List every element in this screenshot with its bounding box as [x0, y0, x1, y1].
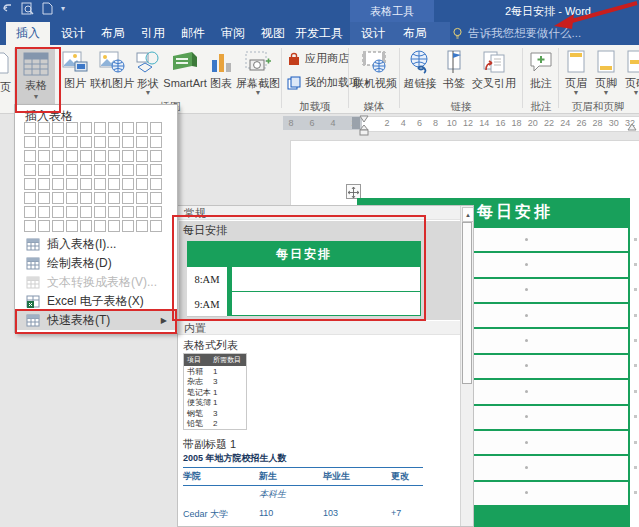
table-grid-cell[interactable] — [94, 122, 106, 134]
menu-item-5[interactable]: 快速表格(T)▶ — [15, 311, 175, 330]
table-grid-cell[interactable] — [52, 206, 64, 218]
table-grid-cell[interactable] — [66, 164, 78, 176]
table-grid-cell[interactable] — [38, 206, 50, 218]
undo-icon[interactable] — [2, 3, 13, 14]
comment-button[interactable]: 批注 — [526, 48, 556, 89]
table-grid-cell[interactable] — [38, 164, 50, 176]
table-grid-cell[interactable] — [52, 192, 64, 204]
tab-6[interactable]: 审阅 — [216, 22, 250, 45]
tab-5[interactable]: 邮件 — [176, 22, 210, 45]
contextual-tab-2[interactable]: 布局 — [398, 22, 432, 45]
table-grid-cell[interactable] — [108, 178, 120, 190]
table-grid-cell[interactable] — [122, 150, 134, 162]
screenshot-button[interactable]: 屏幕截图 ▼ — [236, 48, 280, 96]
table-grid-cell[interactable] — [122, 164, 134, 176]
table-grid-cell[interactable] — [122, 206, 134, 218]
table-grid-cell[interactable] — [108, 206, 120, 218]
table-grid-cell[interactable] — [24, 122, 36, 134]
scroll-up-icon[interactable]: ▲ — [462, 207, 474, 222]
table-grid-cell[interactable] — [38, 122, 50, 134]
table-grid-cell[interactable] — [150, 164, 162, 176]
menu-item-2[interactable]: 绘制表格(D) — [15, 254, 175, 273]
table-grid-cell[interactable] — [24, 136, 36, 148]
tabular-list-preview[interactable]: 项目所需数目 书籍1杂志3笔记本1便笺簿1钢笔3铅笔2 — [183, 353, 247, 430]
tab-2[interactable]: 设计 — [56, 22, 90, 45]
with-subheads-preview[interactable]: 2005 年地方院校招生人数 学院 新生 毕业生 更改 本科生 Cedar 大学… — [183, 452, 423, 527]
menu-item-4[interactable]: Excel 电子表格(X) — [15, 292, 175, 311]
table-grid-cell[interactable] — [108, 192, 120, 204]
table-grid-cell[interactable] — [136, 150, 148, 162]
tell-me-box[interactable]: 告诉我您想要做什么... — [452, 22, 581, 45]
table-grid-cell[interactable] — [108, 122, 120, 134]
cross-reference-button[interactable]: 交叉引用 — [469, 48, 519, 89]
tab-1[interactable]: 插入 — [6, 22, 50, 45]
table-grid-cell[interactable] — [94, 220, 106, 232]
table-grid-cell[interactable] — [94, 150, 106, 162]
menu-item-3[interactable]: 文本转换成表格(V)... — [15, 273, 175, 292]
table-grid-cell[interactable] — [136, 122, 148, 134]
table-grid-cell[interactable] — [80, 164, 92, 176]
table-grid-cell[interactable] — [66, 150, 78, 162]
table-grid-cell[interactable] — [80, 136, 92, 148]
gallery-scrollbar[interactable]: ▲ — [460, 206, 473, 526]
clipped-blank-page-button[interactable]: 页 — [0, 52, 12, 92]
table-grid-cell[interactable] — [80, 122, 92, 134]
table-grid-cell[interactable] — [24, 150, 36, 162]
table-grid-cell[interactable] — [150, 206, 162, 218]
table-grid-cell[interactable] — [38, 178, 50, 190]
online-pictures-button[interactable]: 联机图片 — [91, 48, 133, 89]
table-grid-cell[interactable] — [136, 220, 148, 232]
customize-qat-icon[interactable]: ▾ — [61, 4, 65, 13]
table-grid-cell[interactable] — [108, 136, 120, 148]
table-grid-cell[interactable] — [122, 122, 134, 134]
shapes-button[interactable]: 形状 ▼ — [133, 48, 163, 96]
footer-button[interactable]: 页脚 ▼ — [592, 48, 620, 96]
table-grid-cell[interactable] — [80, 150, 92, 162]
table-grid-cell[interactable] — [52, 122, 64, 134]
contextual-tab-1[interactable]: 设计 — [356, 22, 390, 45]
table-grid-cell[interactable] — [52, 178, 64, 190]
table-grid-cell[interactable] — [122, 136, 134, 148]
table-grid-cell[interactable] — [66, 178, 78, 190]
tab-3[interactable]: 布局 — [96, 22, 130, 45]
chart-button[interactable]: 图表 — [206, 48, 236, 89]
table-grid-cell[interactable] — [24, 178, 36, 190]
table-grid-cell[interactable] — [80, 178, 92, 190]
hyperlink-button[interactable]: 超链接 — [401, 48, 439, 89]
store-button[interactable]: 应用商店 — [287, 51, 349, 66]
table-grid-cell[interactable] — [24, 206, 36, 218]
print-preview-icon[interactable] — [21, 2, 34, 15]
tab-8[interactable]: 开发工具 — [293, 22, 345, 45]
table-grid-cell[interactable] — [52, 150, 64, 162]
right-indent-marker[interactable] — [626, 122, 638, 132]
table-grid-cell[interactable] — [136, 178, 148, 190]
table-grid-cell[interactable] — [24, 164, 36, 176]
table-move-handle[interactable] — [346, 184, 361, 199]
table-grid-cell[interactable] — [150, 122, 162, 134]
table-grid-cell[interactable] — [136, 206, 148, 218]
scrollbar-thumb[interactable] — [462, 222, 472, 384]
table-grid-cell[interactable] — [52, 164, 64, 176]
table-grid-cell[interactable] — [38, 192, 50, 204]
table-grid-cell[interactable] — [136, 136, 148, 148]
table-grid-cell[interactable] — [38, 150, 50, 162]
table-grid-cell[interactable] — [108, 164, 120, 176]
table-grid-cell[interactable] — [122, 220, 134, 232]
bookmark-button[interactable]: 书签 — [440, 48, 468, 89]
table-grid-cell[interactable] — [66, 136, 78, 148]
new-document-icon[interactable] — [42, 2, 53, 15]
table-grid-cell[interactable] — [94, 136, 106, 148]
table-grid-cell[interactable] — [80, 220, 92, 232]
table-grid-cell[interactable] — [52, 136, 64, 148]
table-grid-cell[interactable] — [136, 192, 148, 204]
table-grid-cell[interactable] — [150, 220, 162, 232]
table-grid-cell[interactable] — [52, 220, 64, 232]
table-grid-cell[interactable] — [150, 150, 162, 162]
table-grid-cell[interactable] — [94, 192, 106, 204]
insert-table-grid[interactable] — [24, 122, 164, 234]
table-grid-cell[interactable] — [94, 178, 106, 190]
table-grid-cell[interactable] — [136, 164, 148, 176]
smartart-button[interactable]: SmartArt — [162, 48, 208, 89]
indent-markers[interactable] — [358, 114, 370, 136]
table-grid-cell[interactable] — [66, 220, 78, 232]
